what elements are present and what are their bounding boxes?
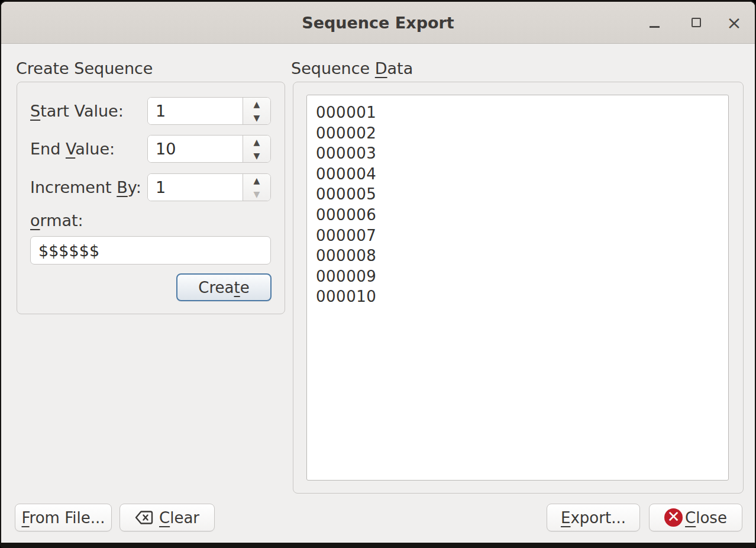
list-item[interactable]: 000006 (316, 205, 728, 225)
label-mnemonic: t (234, 279, 240, 296)
list-item[interactable]: 000004 (316, 164, 728, 185)
spin-button-column: ▲ ▼ (243, 98, 270, 124)
spin-down-icon: ▼ (254, 151, 260, 160)
start-value-label: Start Value: (30, 97, 124, 125)
button-label: Close (685, 509, 727, 527)
clear-backspace-icon (135, 510, 153, 525)
list-item[interactable]: 000002 (316, 123, 728, 144)
label-part: lear (170, 509, 199, 527)
start-value-spin-down-button[interactable]: ▼ (243, 111, 270, 125)
clear-button[interactable]: Clear (119, 504, 215, 531)
export-button[interactable]: Export... (547, 504, 640, 531)
label-part: Crea (198, 279, 234, 296)
label-part: alue: (75, 140, 115, 158)
end-value-label: End Value: (30, 135, 115, 163)
label-mnemonic: S (30, 102, 40, 120)
list-item[interactable]: 000010 (316, 286, 728, 307)
list-item[interactable]: 000008 (316, 246, 728, 266)
label-part: e (240, 279, 250, 296)
sequence-data-groupbox: 000001 000002 000003 000004 000005 00000… (293, 82, 744, 494)
sequence-data-heading: Sequence Data (291, 59, 413, 78)
create-button[interactable]: Create (176, 273, 272, 301)
list-item[interactable]: 000003 (316, 143, 728, 164)
spin-up-icon: ▲ (254, 100, 260, 108)
create-sequence-groupbox: Start Value: ▲ ▼ End Value: (17, 82, 285, 314)
close-button[interactable]: ✕ Close (649, 504, 742, 531)
increment-spin-up-button[interactable]: ▲ (243, 174, 270, 188)
heading-text: Create Sequence (16, 59, 153, 78)
list-item[interactable]: 000005 (316, 184, 728, 205)
label-part: tart Value: (40, 102, 124, 120)
spin-button-column: ▲ ▼ (243, 136, 270, 162)
titlebar[interactable]: Sequence Export × (1, 2, 755, 44)
end-value-spin-up-button[interactable]: ▲ (243, 136, 270, 149)
spin-button-column: ▲ ▼ (243, 174, 270, 201)
close-dialog-icon: ✕ (664, 508, 683, 527)
increment-by-input[interactable] (148, 174, 243, 201)
spin-down-icon: ▼ (254, 114, 260, 122)
start-value-spin-up-button[interactable]: ▲ (243, 98, 270, 111)
list-item[interactable]: 000009 (316, 266, 728, 287)
label-part: y: (128, 178, 141, 196)
increment-spin-down-button: ▼ (243, 188, 270, 201)
button-label: Create (198, 279, 249, 296)
button-label: Clear (159, 509, 199, 527)
sequence-export-dialog: Sequence Export × Create Sequence Start … (0, 0, 756, 548)
button-label: From File... (22, 509, 105, 527)
label-mnemonic: D (375, 59, 387, 78)
label-part: rmat: (40, 211, 83, 230)
dialog-content: Create Sequence Start Value: ▲ ▼ End Val… (1, 44, 755, 542)
label-mnemonic: B (117, 178, 128, 196)
create-sequence-heading: Create Sequence (16, 59, 153, 78)
label-mnemonic: F (22, 509, 30, 527)
label-mnemonic: V (66, 140, 75, 158)
label-part: lose (696, 509, 727, 527)
start-value-input[interactable] (148, 98, 243, 124)
end-value-input[interactable] (148, 136, 243, 162)
label-part: End (30, 140, 66, 158)
spin-down-icon: ▼ (254, 190, 260, 198)
list-item[interactable]: 000007 (316, 225, 728, 246)
label-part: xport... (570, 509, 625, 527)
close-window-button[interactable]: × (726, 2, 742, 43)
from-file-button[interactable]: From File... (15, 504, 112, 531)
increment-by-spinbox: ▲ ▼ (147, 173, 271, 201)
minimize-icon (650, 26, 660, 28)
sequence-list[interactable]: 000001 000002 000003 000004 000005 00000… (306, 95, 729, 481)
label-part: rom File... (30, 509, 105, 527)
label-part: ata (387, 59, 413, 78)
increment-by-label: Increment By: (30, 173, 141, 201)
maximize-button[interactable] (689, 2, 704, 43)
spin-up-icon: ▲ (254, 176, 260, 185)
window-title: Sequence Export (1, 2, 755, 44)
label-mnemonic: C (685, 509, 696, 527)
label-mnemonic: E (561, 509, 570, 527)
label-mnemonic: C (159, 509, 170, 527)
start-value-spinbox: ▲ ▼ (147, 97, 271, 125)
minimize-button[interactable] (647, 2, 662, 43)
maximize-icon (692, 18, 701, 27)
close-window-icon: × (726, 14, 742, 32)
button-label: Export... (561, 509, 626, 527)
end-value-spin-down-button[interactable]: ▼ (243, 149, 270, 163)
label-part: Increment (30, 178, 117, 196)
end-value-spinbox: ▲ ▼ (147, 135, 271, 163)
format-label: ormat: (30, 211, 83, 230)
label-part: Sequence (291, 59, 375, 78)
list-item[interactable]: 000001 (316, 102, 728, 123)
label-mnemonic: o (30, 211, 40, 230)
spin-up-icon: ▲ (254, 138, 260, 146)
format-input[interactable] (30, 236, 271, 265)
